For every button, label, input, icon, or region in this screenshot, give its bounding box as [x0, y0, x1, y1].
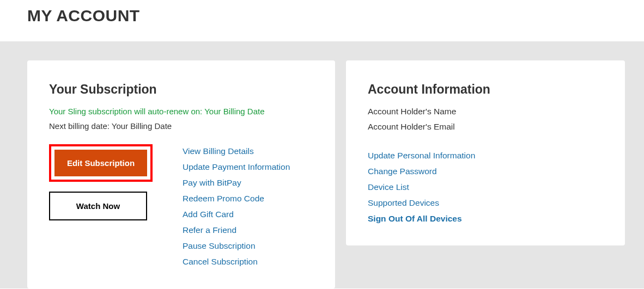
change-password-link[interactable]: Change Password: [368, 167, 603, 176]
cancel-subscription-link[interactable]: Cancel Subscription: [183, 257, 290, 267]
pay-bitpay-link[interactable]: Pay with BitPay: [183, 178, 290, 188]
subscription-card-title: Your Subscription: [49, 82, 313, 97]
renewal-text: Your Sling subscription will auto-renew …: [49, 107, 313, 116]
view-billing-link[interactable]: View Billing Details: [183, 146, 290, 156]
content-area: Your Subscription Your Sling subscriptio…: [0, 41, 644, 288]
billing-date-text: Next billing date: Your Billing Date: [49, 121, 313, 131]
sign-out-all-devices-link[interactable]: Sign Out Of All Devices: [368, 214, 603, 224]
subscription-body: Edit Subscription Watch Now View Billing…: [49, 144, 313, 267]
pause-subscription-link[interactable]: Pause Subscription: [183, 241, 290, 251]
add-gift-card-link[interactable]: Add Gift Card: [183, 210, 290, 219]
account-holder-name: Account Holder's Name: [368, 107, 603, 116]
device-list-link[interactable]: Device List: [368, 182, 603, 192]
page-header: MY ACCOUNT: [0, 0, 644, 41]
edit-subscription-button[interactable]: Edit Subscription: [54, 150, 147, 176]
page-title: MY ACCOUNT: [27, 7, 617, 25]
highlight-frame: Edit Subscription: [49, 144, 153, 182]
button-column: Edit Subscription Watch Now: [49, 144, 153, 267]
subscription-card: Your Subscription Your Sling subscriptio…: [27, 60, 335, 288]
account-info-card: Account Information Account Holder's Nam…: [346, 60, 625, 245]
account-holder-email: Account Holder's Email: [368, 122, 603, 132]
watch-now-button[interactable]: Watch Now: [49, 192, 147, 220]
update-payment-link[interactable]: Update Payment Information: [183, 162, 290, 172]
supported-devices-link[interactable]: Supported Devices: [368, 198, 603, 208]
refer-friend-link[interactable]: Refer a Friend: [183, 225, 290, 235]
update-personal-info-link[interactable]: Update Personal Information: [368, 151, 603, 161]
account-links: Update Personal Information Change Passw…: [368, 151, 603, 224]
subscription-links: View Billing Details Update Payment Info…: [183, 144, 290, 267]
account-card-title: Account Information: [368, 82, 603, 97]
redeem-promo-link[interactable]: Redeem Promo Code: [183, 194, 290, 204]
